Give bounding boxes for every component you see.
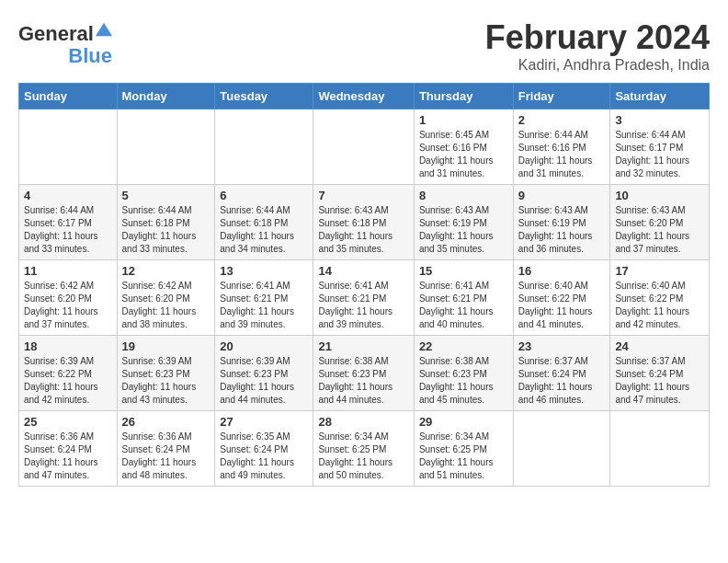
day-number: 25 xyxy=(24,415,112,429)
calendar-cell xyxy=(513,411,610,487)
calendar-cell: 11Sunrise: 6:42 AM Sunset: 6:20 PM Dayli… xyxy=(19,260,118,336)
day-info: Sunrise: 6:36 AM Sunset: 6:24 PM Dayligh… xyxy=(122,431,210,482)
day-number: 22 xyxy=(419,339,508,353)
day-number: 17 xyxy=(615,264,704,278)
day-info: Sunrise: 6:43 AM Sunset: 6:18 PM Dayligh… xyxy=(318,204,408,256)
day-info: Sunrise: 6:42 AM Sunset: 6:20 PM Dayligh… xyxy=(122,280,210,331)
calendar-cell: 17Sunrise: 6:40 AM Sunset: 6:22 PM Dayli… xyxy=(610,260,710,336)
day-info: Sunrise: 6:34 AM Sunset: 6:25 PM Dayligh… xyxy=(419,431,508,482)
day-number: 15 xyxy=(419,264,508,278)
weekday-header-wednesday: Wednesday xyxy=(313,84,414,109)
day-number: 10 xyxy=(615,189,704,202)
calendar-cell: 18Sunrise: 6:39 AM Sunset: 6:22 PM Dayli… xyxy=(19,336,118,411)
calendar-cell: 21Sunrise: 6:38 AM Sunset: 6:23 PM Dayli… xyxy=(313,336,414,411)
day-info: Sunrise: 6:44 AM Sunset: 6:16 PM Dayligh… xyxy=(518,129,606,180)
day-info: Sunrise: 6:37 AM Sunset: 6:24 PM Dayligh… xyxy=(615,355,704,407)
calendar-cell: 15Sunrise: 6:41 AM Sunset: 6:21 PM Dayli… xyxy=(414,260,513,336)
day-info: Sunrise: 6:40 AM Sunset: 6:22 PM Dayligh… xyxy=(615,280,704,331)
day-info: Sunrise: 6:42 AM Sunset: 6:20 PM Dayligh… xyxy=(24,280,112,331)
calendar-week-row: 1Sunrise: 6:45 AM Sunset: 6:16 PM Daylig… xyxy=(19,109,710,185)
day-info: Sunrise: 6:44 AM Sunset: 6:17 PM Dayligh… xyxy=(615,129,704,180)
day-number: 23 xyxy=(518,339,606,353)
calendar-cell: 12Sunrise: 6:42 AM Sunset: 6:20 PM Dayli… xyxy=(117,260,215,336)
day-number: 26 xyxy=(122,415,210,429)
calendar-cell: 7Sunrise: 6:43 AM Sunset: 6:18 PM Daylig… xyxy=(313,185,414,260)
day-number: 4 xyxy=(24,189,112,202)
day-number: 7 xyxy=(318,189,408,202)
day-info: Sunrise: 6:41 AM Sunset: 6:21 PM Dayligh… xyxy=(419,280,508,331)
day-number: 13 xyxy=(220,264,308,278)
day-info: Sunrise: 6:43 AM Sunset: 6:19 PM Dayligh… xyxy=(419,204,508,256)
calendar-week-row: 4Sunrise: 6:44 AM Sunset: 6:17 PM Daylig… xyxy=(19,185,710,260)
day-info: Sunrise: 6:34 AM Sunset: 6:25 PM Dayligh… xyxy=(318,431,408,482)
day-number: 5 xyxy=(122,189,210,202)
day-info: Sunrise: 6:44 AM Sunset: 6:17 PM Dayligh… xyxy=(24,204,112,256)
main-title: February 2024 xyxy=(485,18,710,57)
day-number: 14 xyxy=(318,264,408,278)
subtitle: Kadiri, Andhra Pradesh, India xyxy=(485,57,710,74)
day-number: 19 xyxy=(122,339,210,353)
weekday-header-row: SundayMondayTuesdayWednesdayThursdayFrid… xyxy=(19,84,710,109)
day-info: Sunrise: 6:43 AM Sunset: 6:19 PM Dayligh… xyxy=(518,204,606,256)
calendar-cell: 27Sunrise: 6:35 AM Sunset: 6:24 PM Dayli… xyxy=(215,411,313,487)
day-number: 8 xyxy=(419,189,508,202)
logo-icon xyxy=(96,21,112,38)
day-info: Sunrise: 6:41 AM Sunset: 6:21 PM Dayligh… xyxy=(318,280,408,331)
weekday-header-thursday: Thursday xyxy=(414,84,513,109)
calendar-cell xyxy=(19,109,118,185)
day-info: Sunrise: 6:39 AM Sunset: 6:23 PM Dayligh… xyxy=(220,355,308,407)
day-number: 1 xyxy=(419,113,508,127)
day-info: Sunrise: 6:37 AM Sunset: 6:24 PM Dayligh… xyxy=(518,355,606,407)
day-number: 24 xyxy=(615,339,704,353)
day-info: Sunrise: 6:39 AM Sunset: 6:22 PM Dayligh… xyxy=(24,355,112,407)
day-number: 29 xyxy=(419,415,508,429)
calendar-cell: 29Sunrise: 6:34 AM Sunset: 6:25 PM Dayli… xyxy=(414,411,513,487)
day-info: Sunrise: 6:43 AM Sunset: 6:20 PM Dayligh… xyxy=(615,204,704,256)
calendar-cell: 2Sunrise: 6:44 AM Sunset: 6:16 PM Daylig… xyxy=(513,109,610,185)
calendar-cell: 24Sunrise: 6:37 AM Sunset: 6:24 PM Dayli… xyxy=(610,336,710,411)
calendar-cell: 6Sunrise: 6:44 AM Sunset: 6:18 PM Daylig… xyxy=(215,185,313,260)
logo: General Blue xyxy=(18,23,112,67)
weekday-header-friday: Friday xyxy=(513,84,610,109)
day-info: Sunrise: 6:38 AM Sunset: 6:23 PM Dayligh… xyxy=(318,355,408,407)
svg-marker-0 xyxy=(96,23,112,36)
calendar-cell: 26Sunrise: 6:36 AM Sunset: 6:24 PM Dayli… xyxy=(117,411,215,487)
calendar-cell: 14Sunrise: 6:41 AM Sunset: 6:21 PM Dayli… xyxy=(313,260,414,336)
day-info: Sunrise: 6:41 AM Sunset: 6:21 PM Dayligh… xyxy=(220,280,308,331)
calendar-cell xyxy=(117,109,215,185)
calendar-cell: 4Sunrise: 6:44 AM Sunset: 6:17 PM Daylig… xyxy=(19,185,118,260)
day-number: 9 xyxy=(518,189,606,202)
day-info: Sunrise: 6:38 AM Sunset: 6:23 PM Dayligh… xyxy=(419,355,508,407)
day-number: 3 xyxy=(615,113,704,127)
calendar-table: SundayMondayTuesdayWednesdayThursdayFrid… xyxy=(18,83,710,487)
calendar-cell xyxy=(215,109,313,185)
calendar-cell xyxy=(313,109,414,185)
calendar-cell: 16Sunrise: 6:40 AM Sunset: 6:22 PM Dayli… xyxy=(513,260,610,336)
logo-text-general: General xyxy=(18,23,94,45)
calendar-week-row: 25Sunrise: 6:36 AM Sunset: 6:24 PM Dayli… xyxy=(19,411,710,487)
day-info: Sunrise: 6:39 AM Sunset: 6:23 PM Dayligh… xyxy=(122,355,210,407)
logo-text-blue: Blue xyxy=(68,45,112,67)
calendar-cell: 1Sunrise: 6:45 AM Sunset: 6:16 PM Daylig… xyxy=(414,109,513,185)
day-number: 21 xyxy=(318,339,408,353)
header: General Blue February 2024 Kadiri, Andhr… xyxy=(18,18,710,74)
day-info: Sunrise: 6:40 AM Sunset: 6:22 PM Dayligh… xyxy=(518,280,606,331)
day-number: 28 xyxy=(318,415,408,429)
calendar-cell: 9Sunrise: 6:43 AM Sunset: 6:19 PM Daylig… xyxy=(513,185,610,260)
day-info: Sunrise: 6:35 AM Sunset: 6:24 PM Dayligh… xyxy=(220,431,308,482)
day-info: Sunrise: 6:44 AM Sunset: 6:18 PM Dayligh… xyxy=(122,204,210,256)
calendar-cell: 8Sunrise: 6:43 AM Sunset: 6:19 PM Daylig… xyxy=(414,185,513,260)
calendar-cell: 3Sunrise: 6:44 AM Sunset: 6:17 PM Daylig… xyxy=(610,109,710,185)
day-info: Sunrise: 6:45 AM Sunset: 6:16 PM Dayligh… xyxy=(419,129,508,180)
day-info: Sunrise: 6:36 AM Sunset: 6:24 PM Dayligh… xyxy=(24,431,112,482)
day-number: 27 xyxy=(220,415,308,429)
day-info: Sunrise: 6:44 AM Sunset: 6:18 PM Dayligh… xyxy=(220,204,308,256)
calendar-cell: 25Sunrise: 6:36 AM Sunset: 6:24 PM Dayli… xyxy=(19,411,118,487)
weekday-header-monday: Monday xyxy=(117,84,215,109)
calendar-week-row: 18Sunrise: 6:39 AM Sunset: 6:22 PM Dayli… xyxy=(19,336,710,411)
calendar-cell: 22Sunrise: 6:38 AM Sunset: 6:23 PM Dayli… xyxy=(414,336,513,411)
day-number: 11 xyxy=(24,264,112,278)
day-number: 20 xyxy=(220,339,308,353)
day-number: 2 xyxy=(518,113,606,127)
weekday-header-saturday: Saturday xyxy=(610,84,710,109)
